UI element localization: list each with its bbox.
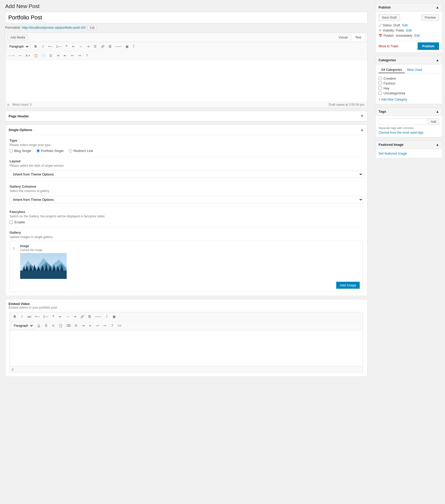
- undo-btn[interactable]: ↩: [69, 52, 76, 59]
- italic-btn[interactable]: I: [40, 43, 46, 50]
- permalink-url[interactable]: http://localhost/proton.wp/portfolio-pos…: [22, 26, 86, 29]
- publish-status-edit[interactable]: Edit: [402, 24, 408, 27]
- unordered-list-btn[interactable]: •—: [47, 43, 54, 50]
- undo-strike-btn[interactable]: ←—: [7, 52, 16, 59]
- publish-box-header[interactable]: Publish ▲: [375, 3, 442, 12]
- page-header-toggle[interactable]: Page Header ▼: [5, 111, 367, 121]
- embed-more-btn[interactable]: ——: [94, 313, 103, 320]
- embed-italic-btn[interactable]: I: [19, 313, 25, 320]
- preview-button[interactable]: Preview: [421, 14, 439, 21]
- fancybox-enable-checkbox[interactable]: Enable: [10, 220, 363, 224]
- word-count-label: Word count: 0: [12, 103, 32, 106]
- indent-btn[interactable]: ⇥: [55, 52, 61, 59]
- save-draft-button[interactable]: Save Draft: [379, 14, 400, 21]
- publish-button[interactable]: Publish: [418, 42, 439, 50]
- cat-check-uncategorized[interactable]: [379, 91, 382, 95]
- type-portfolio-single[interactable]: Portfolio Single: [36, 149, 64, 153]
- embed-blockquote-btn[interactable]: ❝: [50, 313, 57, 320]
- embed-table-btn[interactable]: ▦: [111, 313, 117, 320]
- layout-select[interactable]: Inherit from Theme Options: [10, 171, 363, 178]
- embed-special-btn[interactable]: Ω: [73, 322, 79, 329]
- embed-paragraph-select[interactable]: Paragraph: [11, 322, 34, 329]
- embed-indent-btn[interactable]: ⇥: [80, 322, 87, 329]
- paste-plain-btn[interactable]: 📄: [40, 52, 47, 59]
- more-btn[interactable]: ——: [114, 43, 123, 50]
- embed-editor-content[interactable]: [10, 330, 363, 366]
- embed-align-center-btn[interactable]: ↔: [64, 313, 71, 320]
- table-btn[interactable]: ▦: [124, 43, 131, 50]
- tags-box-header[interactable]: Tags ▲: [375, 108, 442, 116]
- embed-redo-btn[interactable]: ↪: [102, 322, 108, 329]
- align-right-btn[interactable]: ⇥: [85, 43, 91, 50]
- publish-date-icon: 📅: [379, 34, 382, 37]
- embed-align-left-btn[interactable]: ⇤: [57, 313, 64, 320]
- blockquote-btn[interactable]: ❝: [63, 43, 70, 50]
- choose-tags-link[interactable]: Choose from the most used tags: [379, 131, 423, 134]
- special-char-btn[interactable]: Ω: [47, 52, 54, 59]
- single-options-arrow: ▲: [360, 127, 364, 132]
- embed-clear-btn[interactable]: ⌫: [65, 322, 72, 329]
- editor-content[interactable]: [5, 60, 367, 102]
- publish-date-row: 📅 Publish immediately Edit: [379, 34, 439, 37]
- align-center-btn[interactable]: ↔: [78, 43, 84, 50]
- bold-btn[interactable]: B: [32, 43, 39, 50]
- embed-undo-btn[interactable]: ↩: [94, 322, 101, 329]
- tags-input[interactable]: [379, 118, 427, 125]
- embed-strike-btn[interactable]: abc: [26, 313, 33, 320]
- type-redirect-link[interactable]: Redirect Link: [69, 149, 93, 153]
- embed-outdent-btn[interactable]: ⇤: [87, 322, 94, 329]
- gallery-cols-select[interactable]: Inherit from Theme Options: [10, 196, 363, 203]
- publish-footer: Move to Trash Publish: [379, 40, 439, 50]
- add-image-button[interactable]: Add Image: [336, 282, 360, 289]
- permalink-edit-btn[interactable]: Edit: [87, 25, 97, 30]
- color-btn[interactable]: A▼: [24, 52, 32, 59]
- cat-label-fashion: Fashion: [383, 81, 395, 85]
- embed-help-btn[interactable]: ?: [109, 322, 116, 329]
- embed-unordered-btn[interactable]: •—: [34, 313, 41, 320]
- hr-btn[interactable]: —: [17, 52, 24, 59]
- tab-text[interactable]: Text: [351, 34, 365, 41]
- link-btn[interactable]: 🔗: [99, 43, 106, 50]
- align-justify-btn[interactable]: ☰: [92, 43, 99, 50]
- cat-check-fashion[interactable]: [379, 82, 382, 85]
- embed-fullscreen-btn[interactable]: ⤴: [103, 313, 110, 320]
- cat-tab-all[interactable]: All Categories: [379, 67, 405, 73]
- ordered-list-btn[interactable]: 1—: [55, 43, 63, 50]
- set-featured-image-link[interactable]: Set featured image: [379, 151, 407, 155]
- gallery-image: [20, 253, 67, 279]
- single-options-toggle[interactable]: Single Options ▲: [5, 125, 367, 135]
- type-blog-single[interactable]: Blog Single: [10, 149, 31, 153]
- embed-paste-btn[interactable]: 📋: [57, 322, 64, 329]
- add-new-category-link[interactable]: + Add New Category: [379, 98, 439, 101]
- paste-btn[interactable]: 📋: [32, 52, 39, 59]
- embed-ordered-btn[interactable]: 1—: [41, 313, 49, 320]
- cat-check-hey[interactable]: [379, 87, 382, 90]
- move-to-trash-link[interactable]: Move to Trash: [379, 44, 398, 48]
- embed-align-right-btn[interactable]: ⇥: [72, 313, 78, 320]
- redo-btn[interactable]: ↪: [76, 52, 83, 59]
- align-left-btn[interactable]: ⇤: [70, 43, 77, 50]
- embed-color-btn[interactable]: A: [50, 322, 57, 329]
- embed-link-btn[interactable]: 🔗: [79, 313, 86, 320]
- publish-date-edit[interactable]: Edit: [414, 34, 420, 37]
- post-title-input[interactable]: [5, 12, 367, 23]
- fullscreen-btn[interactable]: ⤴: [131, 43, 136, 50]
- tab-visual[interactable]: Visual: [335, 34, 351, 41]
- featured-image-box-header[interactable]: Featured Image ▲: [375, 141, 442, 149]
- outdent-btn[interactable]: ⇤: [62, 52, 68, 59]
- cat-tab-most-used[interactable]: Most Used: [405, 67, 425, 73]
- embed-bold-btn[interactable]: B: [11, 313, 18, 320]
- add-tag-button[interactable]: Add: [428, 118, 439, 125]
- embed-justify-btn[interactable]: ☰: [43, 322, 49, 329]
- cat-check-creative[interactable]: [379, 77, 382, 80]
- unlink-btn[interactable]: ⛓: [107, 43, 113, 50]
- embed-underline-btn[interactable]: U: [35, 322, 42, 329]
- embed-source-btn[interactable]: <>: [116, 322, 123, 329]
- add-media-button[interactable]: Add Media: [7, 35, 28, 40]
- help-btn[interactable]: ?: [83, 52, 90, 59]
- embed-unlink-btn[interactable]: ⛓: [86, 313, 93, 320]
- gallery-image-wrapper[interactable]: [20, 253, 67, 280]
- publish-visibility-edit[interactable]: Edit: [406, 29, 412, 32]
- categories-box-header[interactable]: Categories ▲: [375, 56, 442, 64]
- paragraph-select[interactable]: Paragraph: [7, 43, 29, 50]
